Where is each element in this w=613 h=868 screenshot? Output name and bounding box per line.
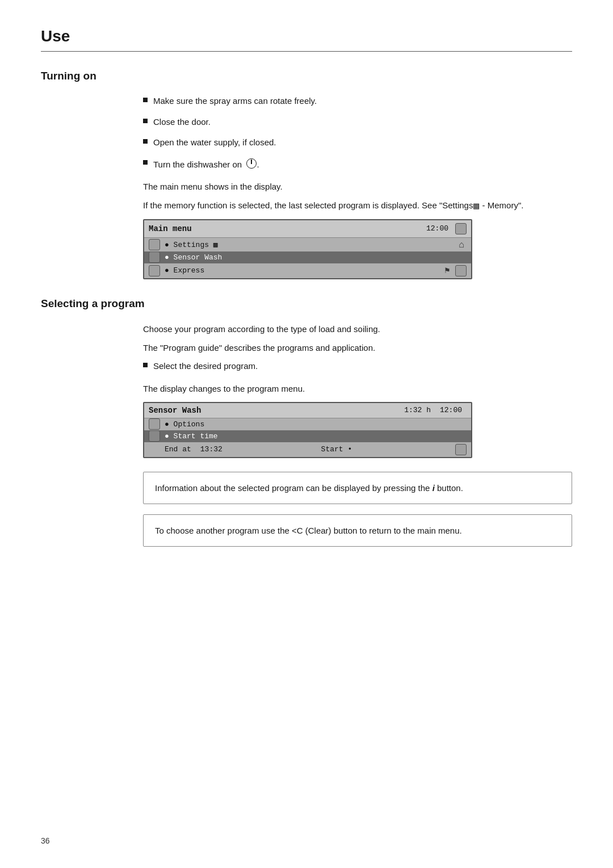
display2-start-label: Start •	[321, 445, 352, 454]
display-express-text: ● Express	[165, 266, 204, 275]
turning-on-content: Make sure the spray arms can rotate free…	[41, 95, 572, 279]
display-row-settings: ● Settings ▩ ⌂	[144, 238, 471, 251]
title-divider	[41, 51, 572, 52]
info-box-2-text: To choose another program use the <C (Cl…	[155, 526, 462, 535]
power-icon	[246, 158, 257, 169]
display2-starttime-text: ● Start time	[165, 432, 218, 441]
display2-endat-label: End at	[165, 445, 191, 454]
turning-on-heading: Turning on	[41, 70, 572, 82]
display2-time1: 1:32 h	[404, 406, 431, 414]
display2-row-starttime: ● Start time	[144, 430, 471, 442]
info-box-1-text1: Information about the selected program c…	[155, 483, 430, 493]
bullet-item-2: Close the door.	[143, 116, 572, 129]
display-btn-right-1	[455, 223, 467, 234]
selecting-program-section: Selecting a program Choose your program …	[41, 297, 572, 547]
display2-endat-time: 13:32	[200, 445, 222, 454]
selecting-para3: The display changes to the program menu.	[143, 382, 572, 395]
turning-on-section: Turning on Make sure the spray arms can …	[41, 70, 572, 279]
turning-on-para1: The main menu shows in the display.	[143, 180, 572, 193]
display2-row-options: ● Options	[144, 418, 471, 430]
display-header-row: Main menu 12:00	[144, 220, 471, 238]
bullet-icon-2	[143, 119, 148, 123]
selecting-program-content: Choose your program according to the typ…	[41, 322, 572, 547]
page-title: Use	[41, 27, 572, 45]
display-row-express: ● Express ⚑	[144, 263, 471, 278]
display2-btn-right	[455, 444, 467, 455]
settings-flag-icon: ▩	[473, 202, 480, 210]
info-box-1-text2: button.	[437, 483, 463, 493]
info-box-1: Information about the selected program c…	[143, 472, 572, 504]
bullet-text-3: Open the water supply, if closed.	[153, 136, 276, 149]
display-btn-left-1	[149, 239, 160, 250]
display-sensorwash-text: ● Sensor Wash	[165, 253, 222, 262]
display-btn-right-2	[455, 265, 467, 276]
page-number: 36	[41, 836, 50, 845]
display2-row-endat: End at 13:32 Start •	[144, 442, 471, 457]
bullet-icon-1	[143, 98, 148, 102]
display-screen-2: Sensor Wash 1:32 h 12:00 ● Options ● Sta…	[143, 402, 472, 458]
selecting-program-heading: Selecting a program	[41, 297, 572, 310]
bullet-text-4: Turn the dishwasher on .	[153, 157, 259, 171]
display-row-sensorwash: ● Sensor Wash	[144, 251, 471, 263]
home-icon: ⌂	[459, 240, 464, 250]
display2-btn-left-1	[149, 418, 160, 430]
display-time-1: 12:00	[426, 224, 448, 233]
selecting-bullet-list: Select the desired program.	[143, 360, 572, 373]
wash-icon: ⚑	[444, 266, 451, 275]
display2-options-text: ● Options	[165, 420, 204, 429]
info-box-1-bold-char: i	[433, 483, 435, 493]
display2-time2: 12:00	[440, 406, 462, 414]
bullet-text-2: Close the door.	[153, 116, 211, 129]
turning-on-para2: If the memory function is selected, the …	[143, 199, 572, 212]
display-menu-title: Main menu	[149, 224, 192, 233]
turning-on-bullets: Make sure the spray arms can rotate free…	[143, 95, 572, 171]
bullet-item-1: Make sure the spray arms can rotate free…	[143, 95, 572, 108]
display-btn-left-2	[149, 251, 160, 263]
bullet-text-1: Make sure the spray arms can rotate free…	[153, 95, 317, 108]
info-box-2: To choose another program use the <C (Cl…	[143, 514, 572, 547]
selecting-para1: Choose your program according to the typ…	[143, 322, 572, 336]
selecting-bullet-item: Select the desired program.	[143, 360, 572, 373]
display2-program-title: Sensor Wash	[149, 406, 201, 415]
bullet-item-4: Turn the dishwasher on .	[143, 157, 572, 171]
bullet-item-3: Open the water supply, if closed.	[143, 136, 572, 149]
display2-btn-left-2	[149, 430, 160, 442]
selecting-bullet-icon	[143, 363, 148, 367]
bullet-icon-4	[143, 160, 148, 165]
display-btn-left-3	[149, 265, 160, 276]
bullet-icon-3	[143, 139, 148, 144]
selecting-para2: The "Program guide" describes the progra…	[143, 341, 572, 354]
selecting-bullet-text: Select the desired program.	[153, 360, 258, 373]
display-settings-text: ● Settings ▩	[165, 240, 218, 249]
display-screen-1: Main menu 12:00 ● Settings ▩ ⌂ ● Sensor …	[143, 219, 472, 279]
display2-header-row: Sensor Wash 1:32 h 12:00	[144, 403, 471, 418]
